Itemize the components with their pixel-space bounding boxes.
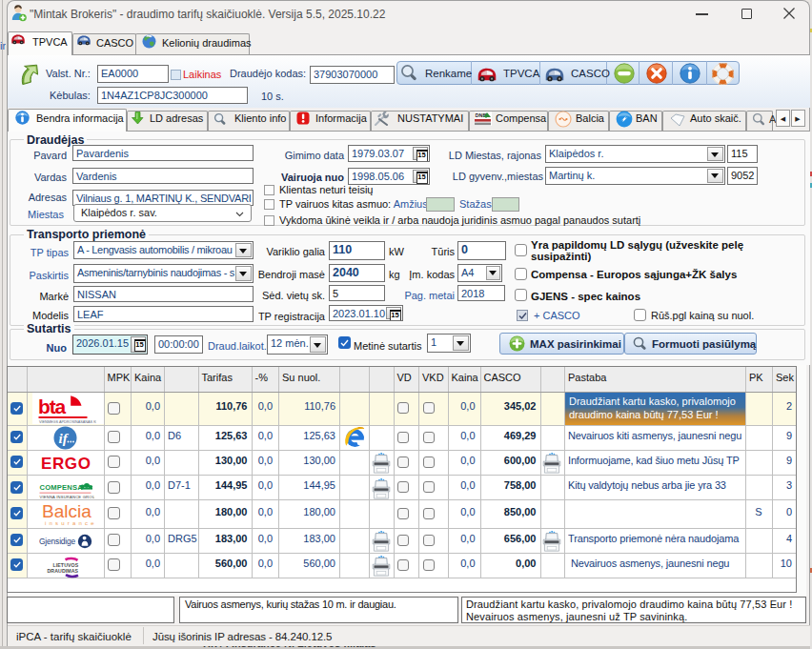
svg-text:LIETUVOS: LIETUVOS bbox=[53, 561, 79, 567]
svg-text:Balcia: Balcia bbox=[42, 503, 91, 521]
svg-text:VIENNA INSURANCE GROUP: VIENNA INSURANCE GROUP bbox=[40, 495, 95, 499]
svg-text:COMPENSA: COMPENSA bbox=[40, 482, 84, 491]
svg-text:ERGO: ERGO bbox=[41, 455, 91, 471]
svg-text:Gjensidige: Gjensidige bbox=[39, 537, 76, 546]
svg-text:DRAUDIMAS: DRAUDIMAS bbox=[48, 568, 79, 574]
svg-text:bta: bta bbox=[38, 395, 66, 417]
svg-text:insurance: insurance bbox=[45, 520, 97, 526]
svg-text:VIENMEGS APDROSINASANAS KOMPAN: VIENMEGS APDROSINASANAS KOMPANIJA bbox=[39, 419, 96, 423]
